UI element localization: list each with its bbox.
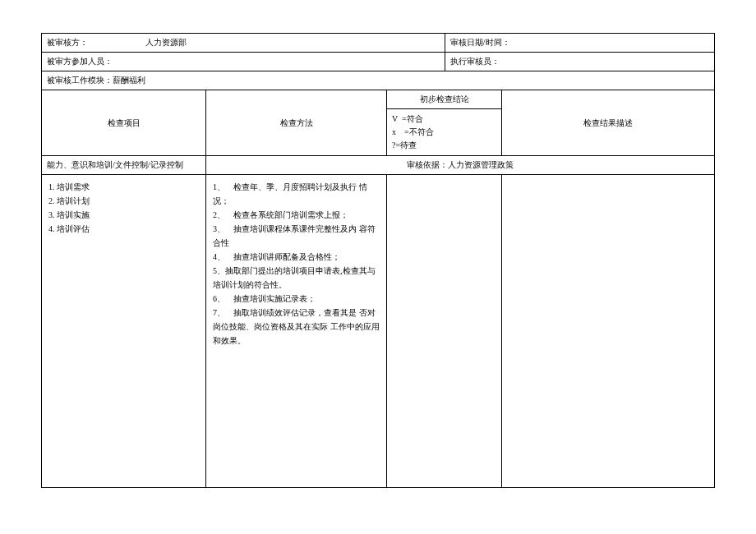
cell-module: 被审核工作模块： 薪酬福利 <box>42 71 714 90</box>
row-body: 1. 培训需求 2. 培训计划 3. 培训实施 4. 培训评估 1、 检查年、季… <box>42 175 714 487</box>
cell-auditee: 被审核方： 人力资源部 <box>42 34 445 52</box>
row-module: 被审核工作模块： 薪酬福利 <box>42 71 714 90</box>
col-header-prelim: 初步检查结论 V =符合 x =不符合 ?=待查 <box>387 90 502 155</box>
participants-label: 被审方参加人员： <box>47 56 113 67</box>
auditee-label: 被审核方： <box>47 37 121 48</box>
prelim-legend: V =符合 x =不符合 ?=待查 <box>387 109 501 155</box>
section-left: 能力、意识和培训/文件控制/记录控制 <box>42 156 206 174</box>
row-column-headers: 检查项目 检查方法 初步检查结论 V =符合 x =不符合 ?=待查 检查结果描… <box>42 90 714 156</box>
section-right: 审核依据：人力资源管理政策 <box>206 156 714 174</box>
module-value: 薪酬福利 <box>113 75 145 86</box>
auditor-label: 执行审核员： <box>450 56 500 67</box>
col-header-method: 检查方法 <box>206 90 387 155</box>
cell-date: 审核日期/时间： <box>445 34 714 52</box>
audit-form: 被审核方： 人力资源部 审核日期/时间： 被审方参加人员： 执行审核员： 被审核… <box>41 33 715 488</box>
date-label: 审核日期/时间： <box>450 37 510 48</box>
prelim-title: 初步检查结论 <box>387 90 501 109</box>
col-header-item: 检查项目 <box>42 90 206 155</box>
body-result <box>502 175 714 487</box>
row-participants: 被审方参加人员： 执行审核员： <box>42 53 714 71</box>
body-items: 1. 培训需求 2. 培训计划 3. 培训实施 4. 培训评估 <box>42 175 206 487</box>
body-methods: 1、 检查年、季、月度招聘计划及执行 情况； 2、 检查各系统部门培训需求上报；… <box>206 175 387 487</box>
cell-auditor: 执行审核员： <box>445 53 714 71</box>
auditee-value: 人力资源部 <box>145 37 187 48</box>
row-auditee: 被审核方： 人力资源部 审核日期/时间： <box>42 34 714 53</box>
cell-participants: 被审方参加人员： <box>42 53 445 71</box>
module-label: 被审核工作模块： <box>47 75 113 86</box>
body-prelim <box>387 175 502 487</box>
row-section: 能力、意识和培训/文件控制/记录控制 审核依据：人力资源管理政策 <box>42 156 714 175</box>
col-header-result: 检查结果描述 <box>502 90 714 155</box>
